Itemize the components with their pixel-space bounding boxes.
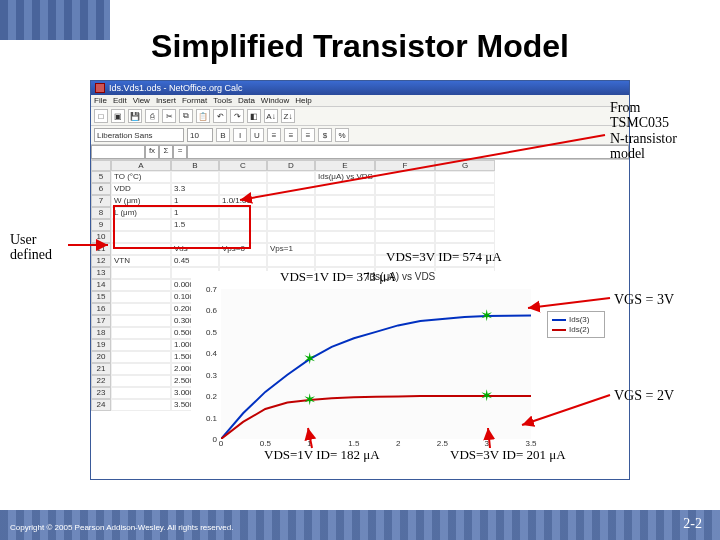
cell-7-F[interactable]	[375, 195, 435, 207]
formula-input[interactable]	[187, 145, 629, 159]
cell-5-C[interactable]	[219, 171, 267, 183]
cell-12-D[interactable]	[267, 255, 315, 267]
row-header-24[interactable]: 24	[91, 399, 111, 411]
col-header-F[interactable]: F	[375, 160, 435, 171]
col-header-G[interactable]: G	[435, 160, 495, 171]
cut-icon[interactable]: ✂	[162, 109, 176, 123]
cell-8-G[interactable]	[435, 207, 495, 219]
row-header-13[interactable]: 13	[91, 267, 111, 279]
row-header-23[interactable]: 23	[91, 387, 111, 399]
italic-button[interactable]: I	[233, 128, 247, 142]
menu-insert[interactable]: Insert	[156, 96, 176, 105]
font-select[interactable]: Liberation Sans	[94, 128, 184, 142]
row-header-17[interactable]: 17	[91, 315, 111, 327]
cell-6-D[interactable]	[267, 183, 315, 195]
cell-7-C[interactable]: 1.0/1.01	[219, 195, 267, 207]
row-header-5[interactable]: 5	[91, 171, 111, 183]
col-header-A[interactable]: A	[111, 160, 171, 171]
cell-10-A[interactable]	[111, 231, 171, 243]
cell-12-C[interactable]	[219, 255, 267, 267]
cell-12-B[interactable]: 0.45	[171, 255, 219, 267]
menu-edit[interactable]: Edit	[113, 96, 127, 105]
open-icon[interactable]: ▣	[111, 109, 125, 123]
cell-12-E[interactable]	[315, 255, 375, 267]
cell-10-F[interactable]	[375, 231, 435, 243]
cell-12-A[interactable]: VTN	[111, 255, 171, 267]
cell-23-A[interactable]	[111, 387, 171, 399]
menu-view[interactable]: View	[133, 96, 150, 105]
cell-11-A[interactable]	[111, 243, 171, 255]
bold-button[interactable]: B	[216, 128, 230, 142]
cell-7-E[interactable]	[315, 195, 375, 207]
row-header-14[interactable]: 14	[91, 279, 111, 291]
cell-6-B[interactable]: 3.3	[171, 183, 219, 195]
align-left-icon[interactable]: ≡	[267, 128, 281, 142]
cell-9-B[interactable]: 1.5	[171, 219, 219, 231]
cell-24-A[interactable]	[111, 399, 171, 411]
paste-icon[interactable]: 📋	[196, 109, 210, 123]
row-header-18[interactable]: 18	[91, 327, 111, 339]
chart-icon[interactable]: ◧	[247, 109, 261, 123]
save-icon[interactable]: 💾	[128, 109, 142, 123]
cell-5-A[interactable]: TO (°C)	[111, 171, 171, 183]
menu-window[interactable]: Window	[261, 96, 289, 105]
cell-7-B[interactable]: 1	[171, 195, 219, 207]
cell-6-E[interactable]	[315, 183, 375, 195]
menu-tools[interactable]: Tools	[213, 96, 232, 105]
menu-file[interactable]: File	[94, 96, 107, 105]
row-header-7[interactable]: 7	[91, 195, 111, 207]
cell-9-A[interactable]	[111, 219, 171, 231]
cell-9-E[interactable]	[315, 219, 375, 231]
row-header-21[interactable]: 21	[91, 363, 111, 375]
function-wizard-button[interactable]: fx	[145, 145, 159, 159]
cell-18-A[interactable]	[111, 327, 171, 339]
cell-20-A[interactable]	[111, 351, 171, 363]
sort-desc-icon[interactable]: Z↓	[281, 109, 295, 123]
copy-icon[interactable]: ⧉	[179, 109, 193, 123]
row-header-10[interactable]: 10	[91, 231, 111, 243]
cell-11-C[interactable]: Vps=0	[219, 243, 267, 255]
col-header-B[interactable]: B	[171, 160, 219, 171]
row-header-19[interactable]: 19	[91, 339, 111, 351]
cell-10-C[interactable]	[219, 231, 267, 243]
row-header-16[interactable]: 16	[91, 303, 111, 315]
cell-11-B[interactable]: Vds	[171, 243, 219, 255]
cell-13-A[interactable]	[111, 267, 171, 279]
cell-10-E[interactable]	[315, 231, 375, 243]
row-header-22[interactable]: 22	[91, 375, 111, 387]
corner-cell[interactable]	[91, 160, 111, 171]
name-box[interactable]	[91, 145, 145, 159]
cell-9-G[interactable]	[435, 219, 495, 231]
cell-19-A[interactable]	[111, 339, 171, 351]
sort-asc-icon[interactable]: A↓	[264, 109, 278, 123]
col-header-E[interactable]: E	[315, 160, 375, 171]
row-header-15[interactable]: 15	[91, 291, 111, 303]
col-header-D[interactable]: D	[267, 160, 315, 171]
cell-8-D[interactable]	[267, 207, 315, 219]
new-icon[interactable]: □	[94, 109, 108, 123]
cell-10-B[interactable]	[171, 231, 219, 243]
percent-icon[interactable]: %	[335, 128, 349, 142]
cell-8-F[interactable]	[375, 207, 435, 219]
menu-help[interactable]: Help	[295, 96, 311, 105]
sum-button[interactable]: Σ	[159, 145, 173, 159]
cell-10-D[interactable]	[267, 231, 315, 243]
cell-5-B[interactable]	[171, 171, 219, 183]
cell-8-C[interactable]	[219, 207, 267, 219]
menu-data[interactable]: Data	[238, 96, 255, 105]
font-size-select[interactable]: 10	[187, 128, 213, 142]
cell-11-E[interactable]	[315, 243, 375, 255]
cell-17-A[interactable]	[111, 315, 171, 327]
cell-6-A[interactable]: VDD	[111, 183, 171, 195]
cell-14-A[interactable]	[111, 279, 171, 291]
cell-6-G[interactable]	[435, 183, 495, 195]
cell-21-A[interactable]	[111, 363, 171, 375]
row-header-8[interactable]: 8	[91, 207, 111, 219]
cell-5-D[interactable]	[267, 171, 315, 183]
align-center-icon[interactable]: ≡	[284, 128, 298, 142]
cell-11-D[interactable]: Vps=1	[267, 243, 315, 255]
cell-8-B[interactable]: 1	[171, 207, 219, 219]
cell-16-A[interactable]	[111, 303, 171, 315]
undo-icon[interactable]: ↶	[213, 109, 227, 123]
cell-10-G[interactable]	[435, 231, 495, 243]
